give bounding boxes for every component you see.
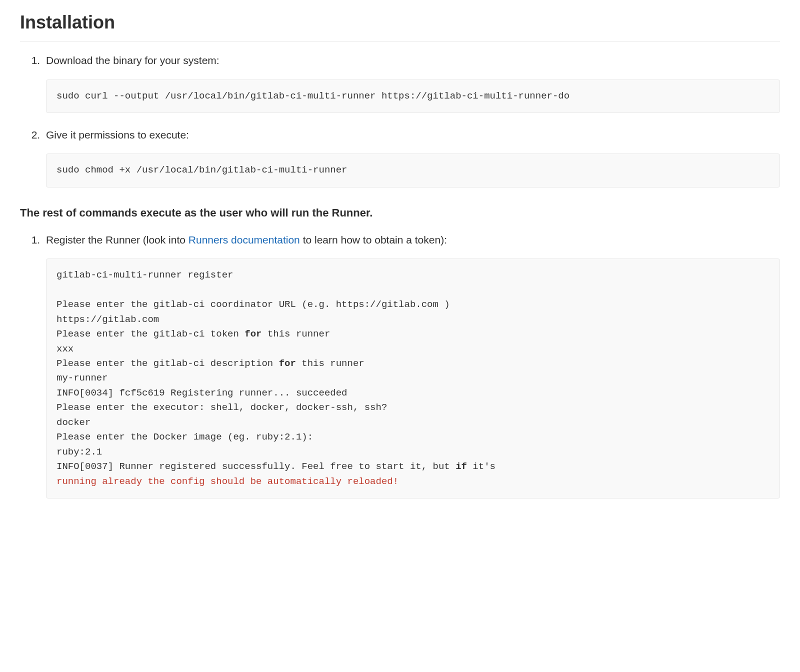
runner-user-note: The rest of commands execute as the user… — [20, 204, 780, 221]
step-register-after: to learn how to obtain a token): — [300, 234, 447, 246]
install-steps-2: Register the Runner (look into Runners d… — [20, 232, 780, 498]
step-register-before: Register the Runner (look into — [46, 234, 188, 246]
step-2-text: Give it permissions to execute: — [46, 127, 780, 143]
runners-doc-link[interactable]: Runners documentation — [188, 234, 300, 246]
page-title: Installation — [20, 9, 780, 42]
install-steps-1: Download the binary for your system: sud… — [20, 52, 780, 188]
step-1-text: Download the binary for your system: — [46, 52, 780, 68]
step-2-code: sudo chmod +x /usr/local/bin/gitlab-ci-m… — [46, 154, 780, 187]
step-2: Give it permissions to execute: sudo chm… — [43, 127, 780, 188]
step-register: Register the Runner (look into Runners d… — [43, 232, 780, 498]
step-1: Download the binary for your system: sud… — [43, 52, 780, 113]
step-1-code: sudo curl --output /usr/local/bin/gitlab… — [46, 80, 780, 113]
step-register-code: gitlab-ci-multi-runner register Please e… — [46, 258, 780, 498]
step-register-text: Register the Runner (look into Runners d… — [46, 232, 780, 248]
